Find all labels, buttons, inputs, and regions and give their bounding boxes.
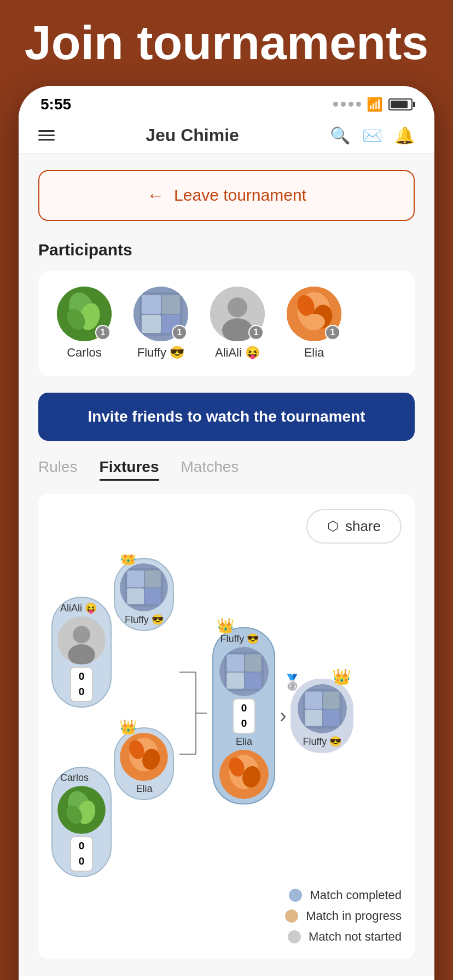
leave-arrow-icon: ← (147, 185, 164, 206)
svg-rect-23 (127, 570, 144, 587)
participant-aliali: 1 AliAli 😝 (205, 287, 270, 360)
svg-rect-51 (305, 691, 322, 709)
elia-oval-r1: 👑 Elia (114, 727, 174, 800)
avatar-aliali-wrap: 1 (210, 287, 265, 341)
leave-tournament-label: Leave tournament (174, 186, 306, 205)
legend-dot-peach (285, 909, 298, 923)
aliali-avatar-bracket (57, 616, 106, 664)
svg-rect-25 (127, 588, 144, 604)
avatar-carlos-wrap: 1 (57, 287, 112, 341)
svg-rect-8 (142, 315, 161, 333)
fluffy-avatar-bracket-r1 (120, 563, 168, 611)
semifinal-score: 00 (233, 698, 256, 734)
elia-avatar-bracket-r1 (120, 733, 168, 781)
tab-matches[interactable]: Matches (181, 458, 239, 481)
aliali-score: 00 (70, 667, 94, 702)
wifi-icon: 📶 (367, 97, 383, 112)
elia-badge: 1 (325, 325, 340, 340)
participant-carlos: 1 Carlos (51, 287, 117, 360)
share-button[interactable]: ⬡ share (306, 509, 402, 544)
svg-rect-6 (142, 295, 161, 314)
aliali-oval: AliAli 😝 00 (51, 597, 112, 708)
fluffy-badge: 1 (172, 325, 187, 340)
signal-dot-4 (356, 102, 361, 107)
carlos-svg-bracket (57, 786, 106, 834)
legend-progress-label: Match in progress (306, 909, 402, 923)
fluffy-svg-semifinal (219, 647, 269, 696)
signal-dot-2 (341, 102, 346, 107)
invite-friends-label: Invite friends to watch the tournament (88, 408, 365, 425)
svg-point-20 (68, 644, 95, 664)
winner-oval: 🥈 👑 Fluffy 😎 (291, 679, 353, 753)
fluffy-name: Fluffy 😎 (137, 346, 185, 360)
crown-winner: 👑 (332, 668, 351, 686)
svg-rect-41 (226, 654, 244, 672)
elia-svg-r1 (120, 733, 168, 781)
svg-rect-54 (323, 710, 340, 726)
elia-label-bracket: Elia (136, 783, 152, 795)
bell-icon[interactable]: 🔔 (394, 126, 415, 145)
share-label: share (345, 518, 381, 535)
legend-dot-blue (289, 889, 302, 902)
status-bar: 5:55 📶 (19, 86, 434, 119)
hamburger-line-1 (38, 130, 55, 132)
hamburger-line-2 (38, 135, 55, 136)
svg-rect-42 (245, 654, 262, 672)
semifinal-oval: 👑 Fluffy 😎 00 (212, 627, 275, 804)
mail-icon[interactable]: ✉️ (362, 126, 382, 145)
svg-rect-52 (323, 691, 340, 709)
legend-completed-label: Match completed (310, 888, 402, 902)
nav-icons: 🔍 ✉️ 🔔 (330, 126, 415, 145)
legend: Match completed Match in progress Match … (51, 888, 402, 944)
aliali-name: AliAli 😝 (215, 346, 260, 360)
round-1: AliAli 😝 00 (51, 555, 174, 877)
round-3: 🥈 👑 Fluffy 😎 (291, 679, 353, 753)
legend-not-started: Match not started (288, 930, 402, 944)
svg-point-19 (73, 626, 90, 643)
svg-rect-26 (145, 588, 161, 604)
hamburger-menu[interactable] (38, 130, 55, 141)
medal-icon: 🥈 (283, 673, 302, 691)
carlos-badge: 1 (95, 325, 111, 340)
fixtures-card: ⬡ share AliAli 😝 (38, 494, 415, 959)
fixtures-header: ⬡ share (51, 509, 402, 544)
match-1-left: AliAli 😝 00 (51, 555, 174, 708)
round-2: 👑 Fluffy 😎 00 (212, 627, 275, 804)
svg-rect-44 (245, 673, 262, 689)
tab-rules[interactable]: Rules (38, 458, 78, 481)
legend-not-started-label: Match not started (309, 930, 402, 944)
header-title: Join tournaments (0, 0, 453, 86)
share-icon: ⬡ (327, 518, 339, 534)
battery-icon (388, 98, 413, 110)
svg-point-12 (222, 318, 253, 341)
svg-point-11 (228, 298, 247, 317)
participant-elia: 1 Elia (281, 287, 347, 360)
leave-tournament-button[interactable]: ← Leave tournament (38, 170, 415, 221)
main-content: ← Leave tournament Participants (19, 154, 434, 976)
crown-fluffy-r1: 👑 (119, 555, 137, 566)
svg-rect-43 (226, 673, 244, 689)
fluffy-svg-r1 (120, 563, 168, 611)
participants-card: 1 Carlos (38, 271, 415, 376)
carlos-name: Carlos (67, 346, 102, 360)
bottom-nav: 🏠 Home 📰 News 🎮 Matches 🥇 Tourname... 🏆 … (19, 976, 434, 980)
fluffy-label-semifinal: Fluffy 😎 (218, 633, 259, 645)
bracket-lines-svg (177, 612, 210, 820)
tab-fixtures[interactable]: Fixtures (100, 458, 159, 481)
carlos-oval: Carlos 00 (51, 767, 112, 877)
signal-dot-1 (333, 102, 338, 107)
svg-rect-7 (162, 295, 180, 314)
fluffy-oval-r1: 👑 Fluff (114, 558, 174, 631)
aliali-badge: 1 (248, 325, 264, 340)
aliali-svg-bracket (57, 616, 106, 664)
avatar-fluffy-wrap: 1 (133, 287, 188, 341)
avatar-elia-wrap: 1 (287, 287, 341, 341)
carlos-avatar-bracket (57, 786, 106, 834)
legend-dot-gray (288, 930, 301, 943)
status-icons: 📶 (333, 97, 413, 112)
aliali-label-bracket: AliAli 😝 (57, 602, 97, 614)
search-icon[interactable]: 🔍 (330, 126, 350, 145)
carlos-score: 00 (70, 836, 94, 872)
invite-friends-button[interactable]: Invite friends to watch the tournament (38, 393, 415, 441)
nav-title: Jeu Chimie (55, 125, 330, 145)
